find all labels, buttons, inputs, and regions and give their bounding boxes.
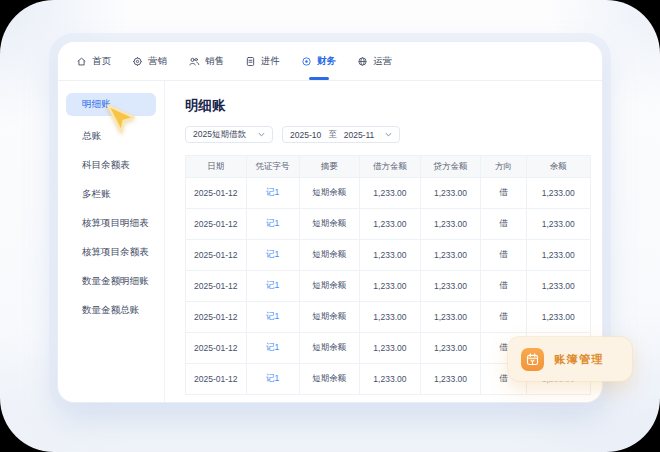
table-cell: 短期余额 <box>299 364 360 395</box>
column-header: 方向 <box>481 156 526 178</box>
table-cell: 1,233.00 <box>360 271 421 302</box>
table-cell: 2025-01-12 <box>186 364 247 395</box>
sales-icon <box>188 56 200 67</box>
sidebar-item-3[interactable]: 科目余额表 <box>58 151 164 180</box>
column-header: 日期 <box>186 156 247 178</box>
sidebar-item-label: 数量金额明细账 <box>82 275 149 288</box>
sidebar-item-4[interactable]: 多栏账 <box>58 180 164 209</box>
voucher-link[interactable]: 记1 <box>246 271 299 302</box>
table-cell: 2025-01-12 <box>186 240 247 271</box>
table-cell: 2025-01-12 <box>186 209 247 240</box>
column-header: 余额 <box>526 156 590 178</box>
nav-item-6[interactable]: 运营 <box>357 42 392 80</box>
sidebar-item-5[interactable]: 核算项目明细表 <box>58 209 164 238</box>
ledger-icon <box>521 348 544 371</box>
sidebar-item-label: 多栏账 <box>82 188 111 201</box>
table-cell: 2025-01-12 <box>186 178 247 209</box>
column-header: 借方金额 <box>360 156 421 178</box>
table-cell: 1,233.00 <box>526 271 590 302</box>
top-nav: 首页营销销售进件财务运营 <box>58 42 602 81</box>
nav-item-label: 运营 <box>373 55 392 68</box>
voucher-link[interactable]: 记1 <box>246 302 299 333</box>
marketing-icon <box>132 56 143 67</box>
table-cell: 1,233.00 <box>420 333 481 364</box>
table-cell: 短期余额 <box>299 178 360 209</box>
voucher-link[interactable]: 记1 <box>246 333 299 364</box>
table-row: 2025-01-12记1短期余额1,233.001,233.00借1,233.0… <box>186 302 591 333</box>
date-range-separator: 至 <box>328 129 337 141</box>
sidebar-item-label: 核算项目明细表 <box>82 217 149 230</box>
table-cell: 2025-01-12 <box>186 302 247 333</box>
date-range-select[interactable]: 2025-10 至 2025-11 <box>282 126 400 143</box>
table-cell: 1,233.00 <box>526 302 590 333</box>
page-title: 明细账 <box>185 97 591 115</box>
nav-item-label: 财务 <box>317 55 336 68</box>
sidebar-item-label: 科目余额表 <box>82 159 130 172</box>
sidebar-item-2[interactable]: 总账 <box>58 122 164 151</box>
column-header: 贷方金额 <box>420 156 481 178</box>
nav-item-2[interactable]: 营销 <box>132 42 167 80</box>
account-select-value: 2025短期借款 <box>193 129 246 141</box>
ledger-management-badge[interactable]: 账簿管理 <box>508 337 632 381</box>
sidebar-item-label: 明细账 <box>82 98 111 111</box>
table-cell: 1,233.00 <box>420 271 481 302</box>
nav-item-label: 营销 <box>148 55 167 68</box>
table-cell: 1,233.00 <box>420 364 481 395</box>
chevron-down-icon <box>258 132 265 137</box>
sidebar-item-1[interactable]: 明细账 <box>66 93 156 116</box>
nav-item-5[interactable]: 财务 <box>301 42 336 80</box>
table-row: 2025-01-12记1短期余额1,233.001,233.00借1,233.0… <box>186 209 591 240</box>
table-cell: 1,233.00 <box>420 240 481 271</box>
table-cell: 1,233.00 <box>360 333 421 364</box>
table-cell: 短期余额 <box>299 302 360 333</box>
table-cell: 短期余额 <box>299 240 360 271</box>
table-cell: 1,233.00 <box>360 364 421 395</box>
column-header: 摘要 <box>299 156 360 178</box>
voucher-link[interactable]: 记1 <box>246 209 299 240</box>
column-header: 凭证字号 <box>246 156 299 178</box>
sidebar: 明细账总账科目余额表多栏账核算项目明细表核算项目余额表数量金额明细账数量金额总账 <box>58 81 165 402</box>
chevron-down-icon <box>385 132 392 137</box>
table-row: 2025-01-12记1短期余额1,233.001,233.00借1,233.0… <box>186 178 591 209</box>
sidebar-item-7[interactable]: 数量金额明细账 <box>58 267 164 296</box>
active-underline <box>309 77 329 80</box>
sidebar-item-label: 数量金额总账 <box>82 304 139 317</box>
ledger-management-label: 账簿管理 <box>554 352 604 367</box>
account-select[interactable]: 2025短期借款 <box>185 126 273 143</box>
table-cell: 1,233.00 <box>360 240 421 271</box>
nav-item-label: 进件 <box>261 55 280 68</box>
table-cell: 1,233.00 <box>526 209 590 240</box>
nav-item-1[interactable]: 首页 <box>76 42 111 80</box>
date-range-start: 2025-10 <box>290 130 321 140</box>
voucher-link[interactable]: 记1 <box>246 364 299 395</box>
table-cell: 1,233.00 <box>360 302 421 333</box>
table-cell: 短期余额 <box>299 333 360 364</box>
table-cell: 1,233.00 <box>360 178 421 209</box>
table-cell: 借 <box>481 209 526 240</box>
table-cell: 1,233.00 <box>360 209 421 240</box>
voucher-link[interactable]: 记1 <box>246 178 299 209</box>
sidebar-item-6[interactable]: 核算项目余额表 <box>58 238 164 267</box>
table-cell: 借 <box>481 178 526 209</box>
nav-item-label: 首页 <box>92 55 111 68</box>
sidebar-item-8[interactable]: 数量金额总账 <box>58 296 164 325</box>
voucher-link[interactable]: 记1 <box>246 240 299 271</box>
table-cell: 借 <box>481 240 526 271</box>
ledger-table-head: 日期凭证字号摘要借方金额贷方金额方向余额 <box>186 156 591 178</box>
table-cell: 1,233.00 <box>526 240 590 271</box>
table-row: 2025-01-12记1短期余额1,233.001,233.00借1,233.0… <box>186 271 591 302</box>
home-icon <box>76 56 87 67</box>
table-cell: 1,233.00 <box>420 302 481 333</box>
filter-bar: 2025短期借款 2025-10 至 2025-11 <box>185 126 591 143</box>
table-cell: 借 <box>481 271 526 302</box>
nav-item-3[interactable]: 销售 <box>188 42 224 80</box>
table-cell: 1,233.00 <box>420 178 481 209</box>
page-canvas: 首页营销销售进件财务运营 明细账总账科目余额表多栏账核算项目明细表核算项目余额表… <box>0 0 660 452</box>
table-cell: 1,233.00 <box>420 209 481 240</box>
table-cell: 1,233.00 <box>526 178 590 209</box>
date-range-end: 2025-11 <box>344 130 375 140</box>
operations-icon <box>357 56 368 67</box>
sidebar-item-label: 核算项目余额表 <box>82 246 149 259</box>
sidebar-item-label: 总账 <box>82 130 101 143</box>
nav-item-4[interactable]: 进件 <box>245 42 280 80</box>
